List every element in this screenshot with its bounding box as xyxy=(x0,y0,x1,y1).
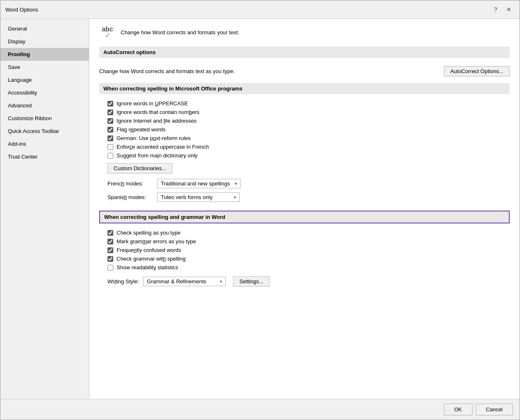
option-check-grammar: Check grammar with spelling xyxy=(99,254,510,263)
autocorrect-label: Change how Word corrects and formats tex… xyxy=(99,68,235,74)
autocorrect-row: Change how Word corrects and formats tex… xyxy=(99,63,510,80)
option-ignore-numbers: Ignore words that contain numbers xyxy=(99,108,510,116)
sidebar-item-language[interactable]: Language xyxy=(0,74,89,86)
writing-style-label: Writing Style: xyxy=(107,278,139,285)
autocorrect-section-header: AutoCorrect options xyxy=(99,47,510,58)
abc-icon: abc ✓ xyxy=(99,26,116,39)
sidebar-item-customize-ribbon[interactable]: Customize Ribbon xyxy=(0,112,89,125)
label-check-spelling: Check spelling as you type xyxy=(117,230,181,236)
checkbox-mark-grammar[interactable] xyxy=(107,239,113,244)
option-show-readability: Show readability statistics xyxy=(99,263,510,272)
writing-style-select-wrapper: Grammar & Refinements Grammar Only xyxy=(143,277,226,286)
checkbox-ignore-internet[interactable] xyxy=(107,118,113,124)
option-flag-repeated: Flag repeated words xyxy=(99,125,510,134)
header-row: abc ✓ Change how Word corrects and forma… xyxy=(99,26,510,39)
word-options-dialog: Word Options ? ✕ General Display Proofin… xyxy=(0,0,520,420)
option-frequently-confused: Frequently confused words xyxy=(99,246,510,254)
label-german-postreform: German: Use post-reform rules xyxy=(117,135,191,141)
french-modes-row: French modes: Traditional and new spelli… xyxy=(99,177,510,190)
titlebar-controls: ? ✕ xyxy=(490,4,515,15)
french-modes-select[interactable]: Traditional and new spellings Traditiona… xyxy=(157,179,241,188)
sidebar-item-display[interactable]: Display xyxy=(0,35,89,48)
option-german-postreform: German: Use post-reform rules xyxy=(99,134,510,142)
sidebar-item-trust-center[interactable]: Trust Center xyxy=(0,150,89,163)
sidebar-item-save[interactable]: Save xyxy=(0,61,89,74)
writing-style-row: Writing Style: Grammar & Refinements Gra… xyxy=(99,274,510,289)
checkbox-ignore-uppercase[interactable] xyxy=(107,101,113,107)
spanish-modes-row: Spanish modes: Tuteo verb forms only Vos… xyxy=(99,190,510,204)
help-button[interactable]: ? xyxy=(490,4,501,15)
checkbox-check-grammar[interactable] xyxy=(107,256,113,262)
spanish-modes-label: Spanish modes: xyxy=(107,194,153,200)
french-modes-label: French modes: xyxy=(107,180,153,187)
dialog-title: Word Options xyxy=(5,7,38,13)
option-ignore-internet: Ignore Internet and file addresses xyxy=(99,116,510,125)
label-ignore-internet: Ignore Internet and file addresses xyxy=(117,118,197,124)
checkbox-flag-repeated[interactable] xyxy=(107,127,113,133)
titlebar: Word Options ? ✕ xyxy=(0,0,520,19)
label-show-readability: Show readability statistics xyxy=(117,264,178,271)
check-icon: ✓ xyxy=(105,31,110,39)
custom-dictionaries-button[interactable]: Custom Dictionaries... xyxy=(107,163,172,173)
label-enforce-accented: Enforce accented uppercase in French xyxy=(117,144,209,150)
checkbox-frequently-confused[interactable] xyxy=(107,247,113,253)
spelling-word-header: When correcting spelling and grammar in … xyxy=(99,211,510,223)
settings-button[interactable]: Settings... xyxy=(233,276,270,287)
sidebar-item-proofing[interactable]: Proofing xyxy=(0,48,89,61)
option-check-spelling: Check spelling as you type xyxy=(99,228,510,237)
checkbox-ignore-numbers[interactable] xyxy=(107,109,113,115)
label-ignore-numbers: Ignore words that contain numbers xyxy=(117,109,199,115)
option-suggest-main-dict: Suggest from main dictionary only xyxy=(99,151,510,160)
ok-button[interactable]: OK xyxy=(444,403,472,415)
content-scroll[interactable]: abc ✓ Change how Word corrects and forma… xyxy=(89,19,520,399)
spelling-office-header: When correcting spelling in Microsoft Of… xyxy=(99,83,510,94)
sidebar-item-accessibility[interactable]: Accessibility xyxy=(0,86,89,99)
main-content: General Display Proofing Save Language A… xyxy=(0,19,520,399)
checkbox-check-spelling[interactable] xyxy=(107,230,113,236)
checkbox-german-postreform[interactable] xyxy=(107,135,113,141)
spanish-modes-select[interactable]: Tuteo verb forms only Voseo verb forms o… xyxy=(157,192,240,202)
footer-bar: OK Cancel xyxy=(0,399,520,420)
option-enforce-accented: Enforce accented uppercase in French xyxy=(99,142,510,151)
checkbox-enforce-accented[interactable] xyxy=(107,144,113,150)
label-flag-repeated: Flag repeated words xyxy=(117,126,166,133)
sidebar-item-quick-access[interactable]: Quick Access Toolbar xyxy=(0,125,89,138)
close-button[interactable]: ✕ xyxy=(503,4,515,15)
french-modes-select-wrapper: Traditional and new spellings Traditiona… xyxy=(157,179,241,188)
sidebar-item-general[interactable]: General xyxy=(0,22,89,35)
sidebar-item-addins[interactable]: Add-ins xyxy=(0,138,89,150)
sidebar-item-advanced[interactable]: Advanced xyxy=(0,99,89,112)
sidebar: General Display Proofing Save Language A… xyxy=(0,19,89,399)
checkbox-suggest-main-dict[interactable] xyxy=(107,153,113,159)
option-mark-grammar: Mark grammar errors as you type xyxy=(99,237,510,246)
label-check-grammar: Check grammar with spelling xyxy=(117,256,186,262)
label-ignore-uppercase: Ignore words in UPPERCASE xyxy=(117,100,188,107)
cancel-button[interactable]: Cancel xyxy=(476,403,513,415)
autocorrect-options-button[interactable]: AutoCorrect Options... xyxy=(444,66,510,76)
label-mark-grammar: Mark grammar errors as you type xyxy=(117,238,196,244)
header-description: Change how Word corrects and formats you… xyxy=(121,29,239,36)
label-suggest-main-dict: Suggest from main dictionary only xyxy=(117,152,198,159)
content-area: abc ✓ Change how Word corrects and forma… xyxy=(89,19,520,399)
spanish-modes-select-wrapper: Tuteo verb forms only Voseo verb forms o… xyxy=(157,192,240,202)
label-frequently-confused: Frequently confused words xyxy=(117,247,181,253)
checkbox-show-readability[interactable] xyxy=(107,265,113,271)
writing-style-select[interactable]: Grammar & Refinements Grammar Only xyxy=(143,277,226,286)
option-ignore-uppercase: Ignore words in UPPERCASE xyxy=(99,99,510,108)
